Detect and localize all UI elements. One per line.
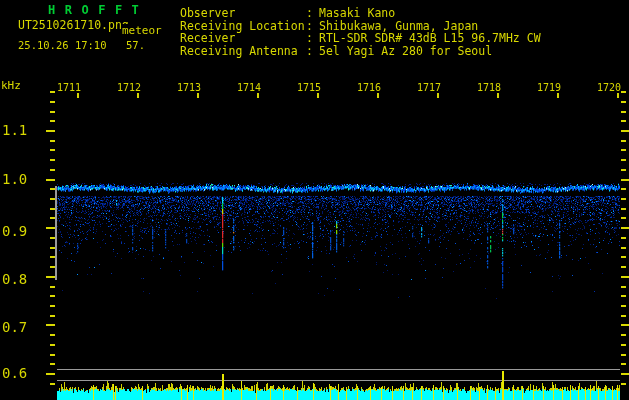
y-tick-label: 1.0	[2, 171, 34, 187]
x-time-label: 1720	[597, 82, 621, 93]
info-row-observer: Observer : Masaki Kano	[180, 6, 629, 18]
x-time-label: 1712	[117, 82, 141, 93]
y-tick-label: 0.9	[2, 223, 34, 239]
capture-datetime: 25.10.26 17:10	[18, 39, 107, 51]
capture-seconds: 57.	[126, 39, 145, 51]
x-time-label: 1716	[357, 82, 381, 93]
y-tick-label: 0.7	[2, 319, 34, 335]
info-value: 5el Yagi Az 280 for Seoul	[319, 44, 492, 58]
x-time-label: 1718	[477, 82, 501, 93]
x-time-label: 1719	[537, 82, 561, 93]
y-axis-unit-label: kHz	[1, 79, 21, 92]
y-tick-label: 0.8	[2, 271, 34, 287]
meteor-overlay-label: meteor	[121, 24, 163, 37]
x-time-label: 1711	[57, 82, 81, 93]
x-time-label: 1717	[417, 82, 441, 93]
y-tick-label: 0.6	[2, 365, 34, 381]
info-row-antenna: Receiving Antenna : 5el Yagi Az 280 for …	[180, 44, 629, 56]
info-colon: :	[306, 44, 313, 58]
info-row-location: Receiving Location : Shibukawa, Gunma, J…	[180, 19, 629, 31]
x-time-label: 1713	[177, 82, 201, 93]
info-row-receiver: Receiver : RTL-SDR SDR# 43dB L15 96.7MHz…	[180, 31, 629, 43]
y-tick-label: 1.1	[2, 122, 34, 138]
x-time-label: 1714	[237, 82, 261, 93]
spectrogram-canvas	[0, 0, 629, 400]
hrofft-window: HROFFT UT2510261710.png meteor 25.10.26 …	[0, 0, 629, 400]
x-time-label: 1715	[297, 82, 321, 93]
app-title: HROFFT	[48, 3, 148, 17]
info-label: Receiving Antenna	[180, 44, 298, 58]
filename-label: UT2510261710.png	[18, 18, 129, 32]
